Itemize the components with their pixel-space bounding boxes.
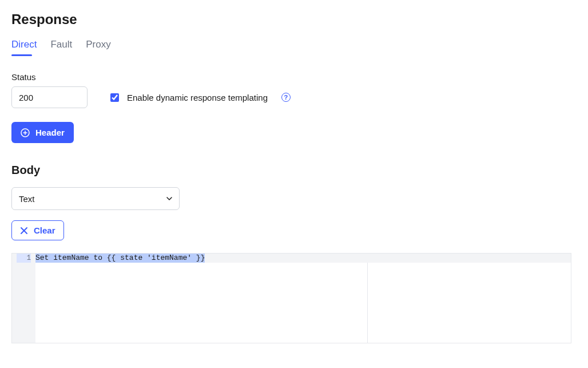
tab-direct[interactable]: Direct — [11, 39, 37, 56]
response-tabs: Direct Fault Proxy — [11, 39, 577, 56]
status-input[interactable] — [11, 86, 88, 108]
body-title: Body — [11, 164, 577, 177]
body-type-select[interactable]: Text — [11, 187, 180, 210]
tab-fault[interactable]: Fault — [50, 39, 72, 56]
editor-content: Set itemName to {{ state 'itemName' }} — [35, 254, 205, 263]
status-label: Status — [11, 72, 577, 82]
tab-proxy[interactable]: Proxy — [86, 39, 110, 56]
editor-body[interactable]: Set itemName to {{ state 'itemName' }} — [35, 254, 571, 343]
editor-line: Set itemName to {{ state 'itemName' }} — [35, 254, 571, 263]
clear-label: Clear — [34, 225, 55, 235]
editor-divider — [367, 263, 368, 343]
add-header-label: Header — [35, 128, 65, 137]
help-icon[interactable]: ? — [281, 93, 291, 102]
templating-checkbox[interactable] — [110, 93, 119, 102]
add-header-button[interactable]: Header — [11, 122, 74, 143]
plus-circle-icon — [21, 128, 30, 137]
status-field-group: Status Enable dynamic response templatin… — [11, 72, 577, 108]
clear-button[interactable]: Clear — [11, 220, 64, 240]
line-number: 1 — [17, 254, 31, 263]
templating-label: Enable dynamic response templating — [127, 93, 268, 102]
response-title: Response — [11, 11, 577, 27]
editor-gutter: 1 — [12, 254, 35, 343]
body-type-select-wrapper: Text — [11, 187, 180, 210]
close-icon — [20, 227, 28, 235]
templating-checkbox-group: Enable dynamic response templating ? — [110, 93, 291, 102]
code-editor[interactable]: 1 Set itemName to {{ state 'itemName' }} — [11, 253, 571, 343]
